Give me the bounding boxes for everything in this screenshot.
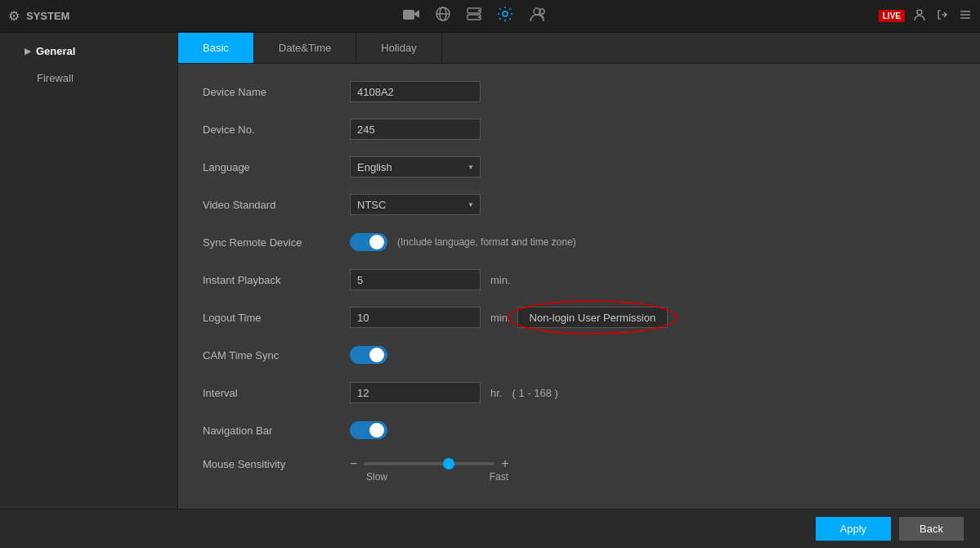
sidebar-item-firewall[interactable]: Firewall	[0, 65, 177, 91]
header-left: ⚙ SYSTEM	[8, 8, 69, 24]
instant-playback-label: Instant Playback	[203, 274, 350, 286]
sync-remote-text: (Include language, format and time zone)	[397, 236, 576, 248]
language-label: Language	[203, 161, 350, 173]
back-button[interactable]: Back	[899, 517, 964, 541]
slider-track[interactable]	[364, 462, 494, 465]
cam-time-sync-toggle[interactable]	[350, 346, 387, 364]
interval-unit: hr.	[490, 387, 502, 399]
header: ⚙ SYSTEM LIVE	[0, 0, 980, 33]
tabs: Basic Date&Time Holiday	[178, 33, 980, 64]
sync-remote-row: Sync Remote Device (Include language, fo…	[203, 231, 955, 254]
svg-point-7	[478, 10, 480, 11]
interval-label: Interval	[203, 387, 350, 399]
interval-control: hr. ( 1 - 168 )	[350, 382, 558, 403]
logout-time-unit: min.	[490, 312, 511, 324]
mouse-sensitivity-row: Mouse Sensitivity − + Slow Fast	[203, 456, 955, 483]
device-no-label: Device No.	[203, 124, 350, 136]
language-row: Language English	[203, 155, 955, 178]
menu-icon[interactable]	[959, 8, 972, 24]
live-badge: LIVE	[879, 10, 905, 22]
cam-time-sync-label: CAM Time Sync	[203, 349, 350, 362]
interval-input[interactable]	[350, 382, 481, 403]
device-no-control	[350, 119, 481, 140]
device-name-label: Device Name	[203, 86, 350, 98]
video-standard-row: Video Standard NTSC PAL	[203, 193, 955, 216]
nav-bar-toggle[interactable]	[350, 421, 387, 439]
cam-time-sync-control	[350, 346, 387, 364]
app-title: SYSTEM	[26, 10, 69, 22]
svg-point-9	[503, 11, 508, 16]
sidebar: ▶ General Firewall	[0, 33, 178, 548]
svg-rect-0	[403, 10, 414, 20]
svg-marker-1	[414, 10, 419, 18]
slider-fill	[364, 462, 449, 465]
slider-thumb[interactable]	[443, 458, 454, 469]
logout-time-control: min. Non-login User Permission	[350, 307, 668, 328]
video-standard-dropdown-wrapper: NTSC PAL	[350, 194, 481, 215]
tab-basic[interactable]: Basic	[178, 33, 254, 63]
language-control: English	[350, 156, 481, 177]
interval-row: Interval hr. ( 1 - 168 )	[203, 381, 955, 404]
tab-datetime[interactable]: Date&Time	[254, 33, 357, 63]
arrow-icon: ▶	[25, 47, 31, 56]
non-login-user-permission-button[interactable]: Non-login User Permission	[517, 307, 669, 328]
tab-holiday[interactable]: Holiday	[356, 33, 441, 63]
gear-icon: ⚙	[8, 8, 20, 24]
logout-icon[interactable]	[936, 8, 949, 24]
mouse-sensitivity-label: Mouse Sensitivity	[203, 458, 350, 470]
video-standard-dropdown[interactable]: NTSC PAL	[350, 194, 481, 215]
nav-bar-row: Navigation Bar	[203, 419, 955, 442]
slider-fast-label: Fast	[490, 471, 508, 483]
content-area: Basic Date&Time Holiday Device Name Devi…	[178, 33, 980, 548]
user-icon[interactable]	[528, 6, 546, 26]
video-standard-label: Video Standard	[203, 199, 350, 211]
user-account-icon[interactable]	[913, 8, 926, 24]
header-right-icons	[913, 8, 972, 24]
globe-icon[interactable]	[435, 6, 451, 26]
interval-range: ( 1 - 168 )	[512, 387, 557, 399]
device-no-input[interactable]	[350, 119, 481, 140]
video-standard-control: NTSC PAL	[350, 194, 481, 215]
sync-remote-control: (Include language, format and time zone)	[350, 233, 576, 251]
sync-remote-toggle[interactable]	[350, 233, 387, 251]
nav-bar-label: Navigation Bar	[203, 424, 350, 437]
sidebar-firewall-label: Firewall	[37, 72, 74, 84]
apply-button[interactable]: Apply	[816, 517, 892, 541]
mouse-sensitivity-control: − +	[350, 456, 509, 471]
device-name-control	[350, 81, 481, 102]
sync-remote-label: Sync Remote Device	[203, 236, 350, 249]
cam-time-sync-row: CAM Time Sync	[203, 344, 955, 366]
svg-point-8	[478, 16, 480, 18]
slider-plus-icon[interactable]: +	[501, 456, 508, 471]
logout-time-input[interactable]	[350, 307, 481, 328]
slider-slow-label: Slow	[366, 471, 387, 483]
device-name-row: Device Name	[203, 80, 955, 103]
svg-point-12	[917, 10, 922, 15]
form-area: Device Name Device No. Language Eng	[178, 64, 980, 548]
instant-playback-control: min.	[350, 269, 511, 290]
header-right: LIVE	[879, 8, 972, 24]
device-name-input[interactable]	[350, 81, 481, 102]
language-dropdown[interactable]: English	[350, 156, 481, 177]
device-no-row: Device No.	[203, 118, 955, 141]
main-layout: ▶ General Firewall Basic Date&Time Holid…	[0, 33, 980, 548]
settings-icon[interactable]	[497, 6, 513, 26]
language-dropdown-wrapper: English	[350, 156, 481, 177]
header-nav-icons	[402, 6, 546, 26]
storage-icon[interactable]	[466, 7, 482, 25]
slider-minus-icon[interactable]: −	[350, 456, 357, 471]
instant-playback-row: Instant Playback min.	[203, 268, 955, 291]
sidebar-item-label: General	[36, 45, 75, 57]
logout-time-row: Logout Time min. Non-login User Permissi…	[203, 306, 955, 329]
camera-icon[interactable]	[402, 7, 420, 25]
instant-playback-unit: min.	[490, 274, 511, 286]
sidebar-item-general[interactable]: ▶ General	[0, 37, 177, 65]
non-login-btn-wrapper: Non-login User Permission	[517, 307, 669, 328]
instant-playback-input[interactable]	[350, 269, 481, 290]
logout-time-label: Logout Time	[203, 312, 350, 324]
nav-bar-control	[350, 421, 387, 439]
bottom-bar: Apply Back	[0, 509, 980, 548]
